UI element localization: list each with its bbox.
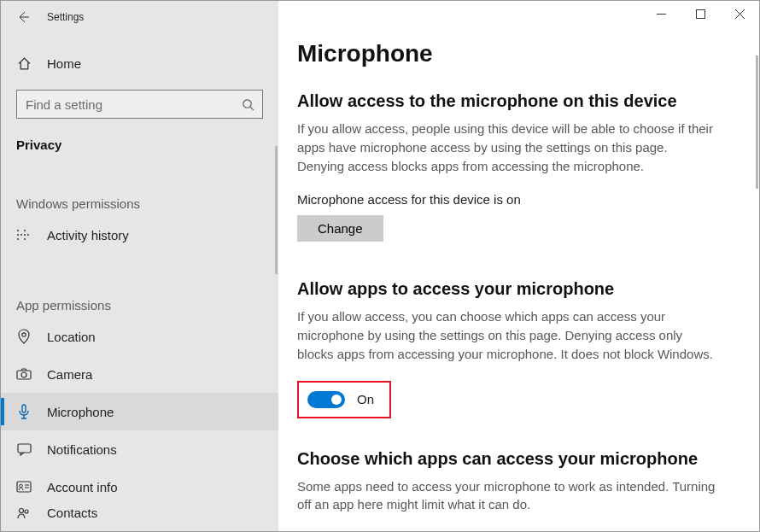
sidebar-scrollbar[interactable] <box>275 146 278 274</box>
minimize-icon <box>657 9 666 19</box>
section-device-access-title: Allow access to the microphone on this d… <box>297 91 740 111</box>
nav-items-group1: Activity history <box>1 216 278 254</box>
change-button[interactable]: Change <box>297 215 383 242</box>
svg-rect-10 <box>696 9 704 18</box>
settings-window: Settings Home Privacy Windows permission… <box>0 0 760 532</box>
nav-category: Privacy <box>16 137 263 152</box>
toggle-thumb <box>331 395 342 405</box>
app-access-toggle-label: On <box>357 392 374 406</box>
svg-point-1 <box>22 333 26 336</box>
minimize-button[interactable] <box>641 1 681 26</box>
content-scrollbar[interactable] <box>756 56 758 189</box>
nav-home[interactable]: Home <box>16 56 263 71</box>
svg-rect-4 <box>22 405 26 412</box>
search-input[interactable] <box>24 96 240 113</box>
device-access-status: Microphone access for this device is on <box>297 192 740 207</box>
sidebar-item-label: Location <box>47 330 96 344</box>
location-icon <box>16 329 32 344</box>
microphone-icon <box>16 404 32 419</box>
titlebar: Settings <box>1 1 278 33</box>
sidebar-item-label: Camera <box>47 367 92 382</box>
nav-group-windows-permissions: Windows permissions <box>16 196 263 211</box>
section-app-access-title: Allow apps to access your microphone <box>297 279 740 299</box>
close-button[interactable] <box>720 1 759 26</box>
sidebar-item-account-info[interactable]: Account info <box>1 468 278 506</box>
sidebar: Settings Home Privacy Windows permission… <box>1 1 278 531</box>
app-access-toggle[interactable] <box>307 391 345 408</box>
maximize-button[interactable] <box>681 1 720 26</box>
back-arrow-icon <box>16 10 30 24</box>
back-button[interactable] <box>11 5 35 29</box>
sidebar-item-contacts[interactable]: Contacts <box>1 506 278 526</box>
content-pane: Microphone Allow access to the microphon… <box>278 1 759 531</box>
svg-point-8 <box>20 509 24 513</box>
svg-point-3 <box>21 372 26 377</box>
maximize-icon <box>696 9 705 19</box>
svg-point-0 <box>243 99 250 107</box>
nav-group-app-permissions: App permissions <box>16 298 263 313</box>
home-icon <box>16 56 32 71</box>
search-box[interactable] <box>16 90 263 119</box>
window-controls <box>641 1 759 26</box>
account-info-icon <box>16 479 32 494</box>
sidebar-item-notifications[interactable]: Notifications <box>1 430 278 468</box>
nav-home-label: Home <box>47 56 81 71</box>
sidebar-item-label: Account info <box>47 480 118 494</box>
sidebar-item-microphone[interactable]: Microphone <box>1 393 278 430</box>
sidebar-item-label: Activity history <box>47 228 129 243</box>
close-icon <box>735 9 745 19</box>
nav-items-group2: Location Camera Microphone Notifications <box>1 318 278 526</box>
notifications-icon <box>16 441 32 457</box>
app-title: Settings <box>47 11 84 23</box>
sidebar-item-label: Notifications <box>47 442 117 457</box>
highlight-box: On <box>297 381 391 418</box>
sidebar-item-activity-history[interactable]: Activity history <box>1 216 278 254</box>
camera-icon <box>16 366 32 382</box>
page-title: Microphone <box>297 40 740 67</box>
svg-point-7 <box>20 484 23 488</box>
sidebar-item-camera[interactable]: Camera <box>1 355 278 393</box>
svg-point-9 <box>25 510 28 513</box>
svg-rect-6 <box>17 482 31 492</box>
section-device-access-desc: If you allow access, people using this d… <box>297 120 716 175</box>
section-app-access-desc: If you allow access, you can choose whic… <box>297 307 716 363</box>
sidebar-item-label: Microphone <box>47 405 114 419</box>
section-choose-apps-title: Choose which apps can access your microp… <box>297 449 740 469</box>
sidebar-item-label: Contacts <box>47 506 97 520</box>
svg-rect-5 <box>18 444 31 453</box>
contacts-icon <box>16 506 32 521</box>
activity-history-icon <box>16 227 32 243</box>
search-icon <box>240 96 255 112</box>
section-choose-apps-desc: Some apps need to access your microphone… <box>297 477 716 515</box>
sidebar-item-location[interactable]: Location <box>1 318 278 355</box>
